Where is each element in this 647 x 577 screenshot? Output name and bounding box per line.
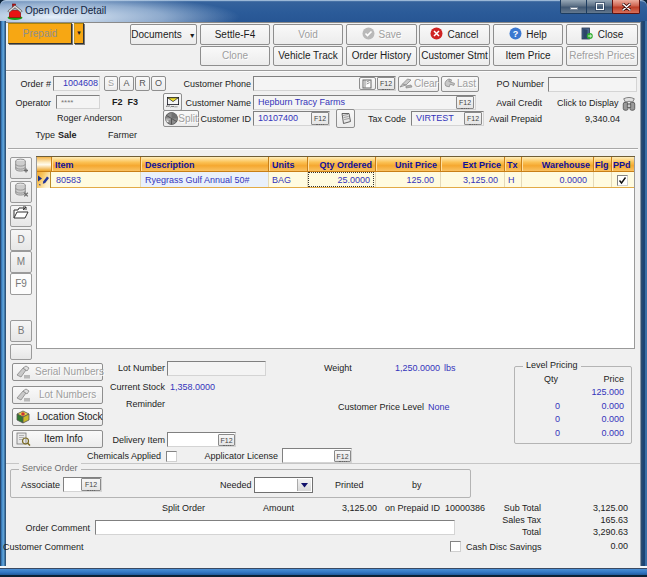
svg-text:?: ?: [513, 29, 519, 39]
